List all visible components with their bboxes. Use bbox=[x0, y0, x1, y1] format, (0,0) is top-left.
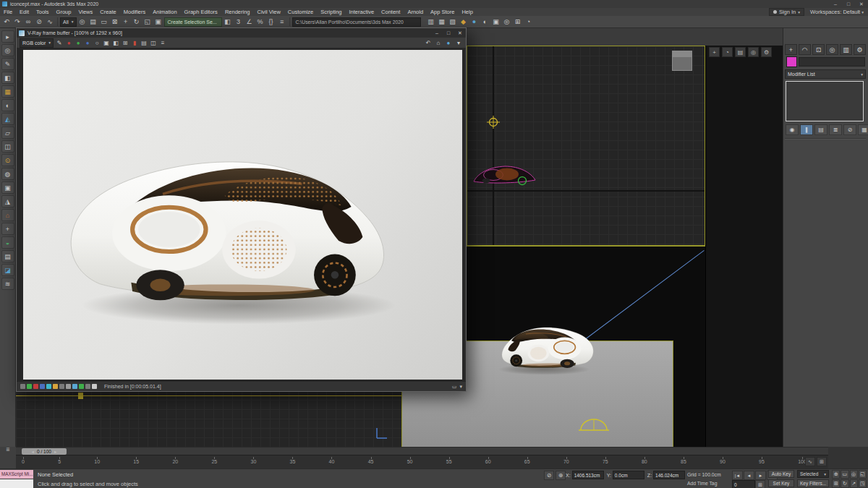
vfb-toolbar-icon[interactable]: ▮ bbox=[130, 38, 139, 47]
stack-button[interactable]: ◉ bbox=[786, 124, 799, 135]
menu-item[interactable]: Content bbox=[378, 9, 404, 15]
window-control-icon[interactable]: – bbox=[431, 30, 443, 36]
modifier-stack[interactable] bbox=[786, 81, 864, 121]
vfb-toolbar-icon[interactable]: ○ bbox=[93, 38, 101, 47]
object-name-field[interactable] bbox=[799, 57, 865, 67]
set-key-button[interactable]: Set Key bbox=[768, 479, 794, 487]
left-toolbar-icon[interactable]: ≋ bbox=[1, 278, 14, 290]
left-toolbar-icon[interactable]: ▤ bbox=[1, 250, 14, 262]
viewport-nav-button[interactable]: ↗ bbox=[850, 479, 858, 488]
viewport-nav-button[interactable]: ▭ bbox=[841, 470, 848, 479]
vfb-status-icon[interactable] bbox=[85, 384, 90, 389]
vfb-toolbar-icon[interactable]: ▤ bbox=[140, 38, 148, 47]
window-control-icon[interactable]: ✕ bbox=[454, 30, 466, 36]
key-filters-button[interactable]: Key Filters... bbox=[797, 479, 829, 487]
vfb-status-icon[interactable] bbox=[66, 384, 71, 389]
vfb-toolbar-icon[interactable]: ● bbox=[83, 38, 92, 47]
toolbar-icon[interactable]: ◎ bbox=[77, 17, 88, 27]
vfb-status-icon[interactable] bbox=[79, 384, 84, 389]
toolbar-icon[interactable]: ▥ bbox=[426, 17, 436, 27]
left-toolbar-icon[interactable]: ▦ bbox=[1, 85, 14, 98]
left-toolbar-icon[interactable]: ◮ bbox=[1, 195, 14, 207]
key-mode-toggle[interactable]: ⊞ bbox=[755, 480, 765, 488]
toolbar-icon[interactable]: ▤ bbox=[88, 17, 98, 27]
maxscript-mini-listener[interactable]: MAXScript Mi... bbox=[0, 470, 33, 479]
object-color-swatch[interactable] bbox=[786, 56, 797, 67]
gizmo-crosshair-icon[interactable] bbox=[487, 116, 500, 129]
vfb-toolbar-icon[interactable]: ⊞ bbox=[121, 38, 129, 47]
trackbar-button[interactable]: ⊞ bbox=[817, 457, 827, 466]
toolbar-icon[interactable]: + bbox=[121, 17, 131, 27]
menu-item[interactable]: Tools bbox=[33, 9, 53, 15]
vfb-status-icon[interactable] bbox=[46, 384, 51, 389]
panel-icon[interactable]: ◔ bbox=[722, 47, 733, 57]
trackbar-menu-icon[interactable]: ≣ bbox=[6, 447, 10, 453]
trackbar-range-marker[interactable] bbox=[78, 393, 83, 399]
panel-icon[interactable]: + bbox=[709, 47, 720, 57]
viewport-nav-button[interactable]: ◱ bbox=[859, 470, 867, 479]
vfb-toolbar-icon[interactable]: ● bbox=[74, 38, 82, 47]
vfb-status-icon[interactable] bbox=[92, 384, 97, 389]
toolbar-icon[interactable]: ▧ bbox=[448, 17, 458, 27]
vray-frame-buffer-window[interactable]: V-Ray frame buffer - [100% of 1292 x 960… bbox=[16, 27, 467, 392]
left-toolbar-icon[interactable]: ▣ bbox=[1, 181, 14, 194]
left-toolbar-icon[interactable]: ◒ bbox=[1, 236, 14, 249]
key-selection-dropdown[interactable]: Selected ▾ bbox=[797, 470, 829, 478]
lock-toggle-icon[interactable]: ⊘ bbox=[544, 471, 554, 480]
menu-item[interactable]: Animation bbox=[149, 9, 180, 15]
coordinate-field[interactable]: 146.024cm bbox=[653, 471, 685, 479]
viewport-nav-button[interactable]: ◎ bbox=[850, 470, 858, 479]
left-toolbar-icon[interactable]: ✎ bbox=[1, 58, 14, 70]
left-toolbar-icon[interactable]: ⊙ bbox=[1, 154, 14, 166]
menu-item[interactable]: Interactive bbox=[345, 9, 378, 15]
left-toolbar-icon[interactable]: ⌂ bbox=[1, 209, 14, 221]
menu-item[interactable]: Help bbox=[458, 9, 476, 15]
next-frame-icon[interactable]: ► bbox=[54, 450, 57, 454]
viewport-top[interactable] bbox=[467, 46, 705, 246]
left-toolbar-icon[interactable]: ◎ bbox=[1, 44, 14, 56]
left-toolbar-icon[interactable]: ◭ bbox=[1, 113, 14, 125]
menu-item[interactable]: Views bbox=[75, 9, 96, 15]
menu-item[interactable]: Group bbox=[53, 9, 75, 15]
toolbar-icon[interactable]: ↻ bbox=[132, 17, 142, 27]
sign-in-button[interactable]: Sign In ▾ bbox=[769, 8, 804, 16]
vfb-status-icon[interactable] bbox=[53, 384, 58, 389]
left-toolbar-icon[interactable]: + bbox=[1, 223, 14, 235]
menu-item[interactable]: File bbox=[0, 9, 16, 15]
left-toolbar-icon[interactable]: ▱ bbox=[1, 127, 14, 139]
window-control-icon[interactable]: – bbox=[829, 1, 842, 7]
command-panel-tab[interactable]: ◎ bbox=[826, 44, 838, 55]
vfb-canvas[interactable] bbox=[17, 48, 465, 381]
toolbar-icon[interactable]: ◎ bbox=[502, 17, 512, 27]
command-panel-tab[interactable]: ◠ bbox=[799, 44, 811, 55]
left-toolbar-icon[interactable]: ◪ bbox=[1, 264, 14, 276]
menu-item[interactable]: Modifiers bbox=[120, 9, 149, 15]
vfb-toolbar-icon[interactable]: ▣ bbox=[102, 38, 111, 47]
vfb-toolbar-icon[interactable]: ◧ bbox=[111, 38, 120, 47]
stack-button[interactable]: ▦ bbox=[858, 124, 868, 135]
menu-item[interactable]: Scripting bbox=[317, 9, 345, 15]
current-frame-field[interactable]: 0 bbox=[732, 480, 755, 488]
vfb-toolbar-icon[interactable]: ◫ bbox=[149, 38, 158, 47]
toolbar-icon[interactable]: ≡ bbox=[277, 17, 287, 27]
command-panel-tab[interactable]: ⚙ bbox=[854, 44, 866, 55]
time-slider-handle[interactable]: ◄ 0 / 100 ► bbox=[22, 448, 67, 455]
vfb-toolbar-icon[interactable]: ✎ bbox=[55, 38, 64, 47]
viewport-bottom-left[interactable] bbox=[16, 390, 401, 447]
vfb-status-icon[interactable] bbox=[59, 384, 64, 389]
modifier-list-dropdown[interactable]: Modifier List ▾ bbox=[785, 69, 866, 79]
coordinate-field[interactable]: 0.0cm bbox=[613, 471, 644, 479]
toolbar-icon[interactable]: ◱ bbox=[142, 17, 153, 27]
toolbar-icon[interactable]: ◐ bbox=[480, 17, 490, 27]
vfb-toolbar-icon[interactable]: ▾ bbox=[454, 38, 463, 47]
command-panel-tab[interactable]: ▥ bbox=[840, 44, 852, 55]
toolbar-icon[interactable]: ▣ bbox=[491, 17, 501, 27]
toolbar-icon[interactable]: ∞ bbox=[23, 17, 33, 27]
toolbar-icon[interactable]: ⊠ bbox=[110, 17, 120, 27]
stack-button[interactable]: ∥ bbox=[800, 124, 813, 135]
command-panel-tab[interactable]: + bbox=[785, 44, 797, 55]
viewport-nav-button[interactable]: ⊕ bbox=[832, 470, 840, 479]
vfb-status-icon[interactable] bbox=[20, 384, 25, 389]
named-selection-set-field[interactable]: Create Selection Se... bbox=[164, 17, 222, 27]
track-bar[interactable]: 0510152025303540455055606570758085909510… bbox=[16, 455, 828, 468]
